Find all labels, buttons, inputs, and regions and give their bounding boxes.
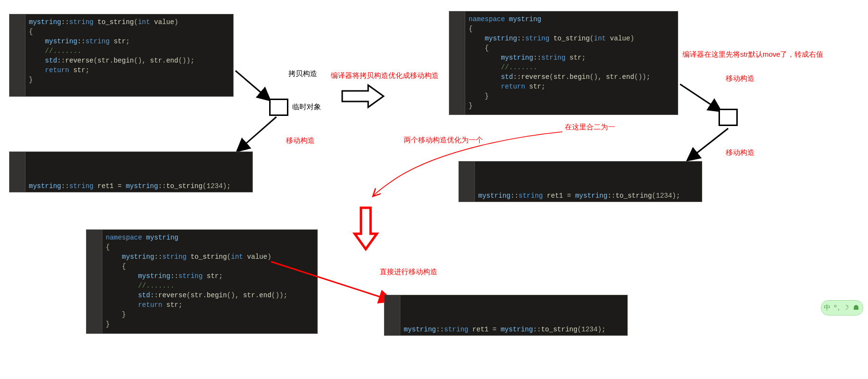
label-default-move: 编译器在这里先将str默认move了，转成右值 [682, 50, 823, 59]
ime-indicator[interactable]: 中 º, ☽ ☗ [821, 300, 863, 316]
code-token: } [29, 76, 33, 84]
code-block-top-left: mystring::string to_string(int value){ m… [10, 14, 233, 96]
code-token: string [86, 38, 110, 45]
code-gutter [384, 295, 400, 335]
code-token: ; [582, 54, 585, 62]
code-token: . [162, 57, 166, 64]
code-token: :: [61, 182, 69, 190]
code-token: str [69, 66, 86, 74]
code-token: mystring [469, 54, 533, 62]
label-copy-construct: 拷贝构造 [288, 69, 317, 78]
code-token: return [106, 301, 162, 309]
code-token: { [106, 243, 110, 251]
code-line: mystring::string str; [29, 37, 228, 46]
code-token: :: [533, 326, 541, 333]
code-token: str [150, 57, 162, 64]
code-line: mystring::string ret1 = mystring::to_str… [404, 325, 627, 334]
code-token: 1234 [656, 192, 672, 200]
label-two-to-one: 两个移动构造优化为一个 [404, 136, 483, 145]
code-token: :: [61, 18, 69, 26]
code-token: { [469, 44, 489, 52]
svg-line-0 [236, 71, 269, 100]
code-token: ; [178, 301, 182, 309]
code-token: std [469, 73, 513, 81]
code-token: std [106, 291, 150, 299]
code-line: { [469, 43, 673, 53]
code-token: string [69, 18, 93, 26]
code-token: reverse [65, 57, 94, 64]
code-token: :: [77, 38, 86, 45]
code-token: namespace [469, 15, 505, 23]
code-token: string [162, 253, 186, 261]
code-token: ) [174, 18, 178, 26]
svg-line-1 [238, 117, 276, 151]
code-line: //....... [29, 46, 228, 56]
code-token: { [106, 263, 126, 270]
label-temp-object: 临时对象 [292, 102, 321, 112]
code-token: mystring [106, 272, 170, 280]
code-token: ( [652, 192, 656, 200]
code-token: (), [590, 73, 606, 81]
code-line: mystring::string ret1 = mystring::to_str… [29, 181, 252, 191]
code-token: mystring [575, 192, 608, 200]
code-token: value [150, 18, 174, 26]
code-token: mystring [469, 35, 517, 42]
code-body: namespace mystring{ mystring::string to_… [449, 12, 678, 114]
code-token: return [29, 66, 69, 74]
code-token: mystring [126, 182, 158, 190]
code-token: str [243, 291, 255, 299]
code-token: str [525, 83, 542, 90]
code-token: (), [227, 291, 243, 299]
code-body: mystring::string to_string(int value){ m… [10, 14, 233, 88]
code-line: mystring::string to_string(int value) [469, 34, 673, 43]
code-token: str [190, 291, 202, 299]
code-token: :: [533, 54, 541, 62]
code-block-top-right: namespace mystring{ mystring::string to_… [449, 12, 678, 114]
code-token: ( [227, 253, 231, 261]
code-line: std::reverse(str.begin(), str.end()); [29, 56, 228, 65]
code-token: 1234 [582, 326, 598, 333]
label-merge-here: 在这里合二为一 [565, 123, 615, 132]
code-token: str [98, 57, 110, 64]
code-token: begin [570, 73, 590, 81]
code-token: = [488, 326, 500, 333]
code-token: value [243, 253, 267, 261]
code-token: . [203, 291, 207, 299]
code-token: reverse [521, 73, 549, 81]
diagram-canvas: mystring::string to_string(int value){ m… [0, 0, 868, 379]
code-token: string [444, 326, 468, 333]
code-token: :: [57, 57, 65, 64]
code-token: mystring [142, 234, 179, 241]
code-token: to_string [541, 326, 578, 333]
code-strip-ret1-left: mystring::string ret1 = mystring::to_str… [10, 152, 252, 192]
code-token: str [162, 301, 179, 309]
code-token: :: [517, 35, 525, 42]
code-token: } [106, 320, 110, 328]
code-gutter [449, 12, 465, 114]
code-token: ; [541, 83, 545, 90]
code-token: ; [126, 38, 130, 45]
code-line: } [469, 91, 673, 101]
code-token: :: [154, 253, 162, 261]
code-line: return str; [29, 65, 228, 75]
code-token: //....... [106, 282, 174, 290]
code-token: :: [150, 291, 158, 299]
svg-line-4 [271, 262, 392, 301]
code-token: ()); [634, 73, 651, 81]
code-token: return [469, 83, 525, 90]
code-token: } [469, 102, 472, 110]
code-token: str [566, 54, 582, 62]
code-line: { [106, 242, 312, 252]
code-token [93, 18, 97, 26]
code-token: ( [93, 57, 97, 64]
code-gutter [87, 230, 102, 333]
code-token: ()); [178, 57, 195, 64]
code-token: } [469, 92, 489, 100]
code-token: int [231, 253, 243, 261]
code-token: string [69, 182, 93, 190]
code-line: //....... [469, 63, 673, 72]
code-token: begin [207, 291, 227, 299]
big-arrow-right [341, 84, 384, 108]
code-token: namespace [106, 234, 142, 241]
code-line: } [106, 319, 312, 329]
